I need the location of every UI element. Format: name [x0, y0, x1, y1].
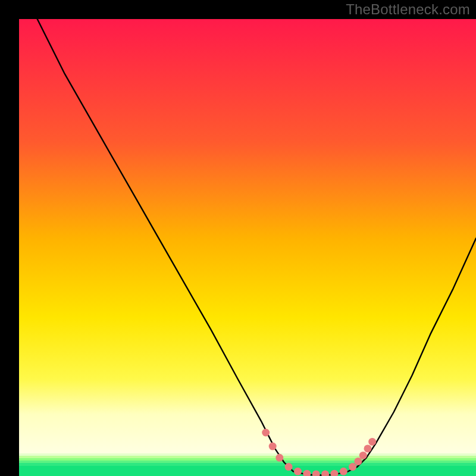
optimal-dot — [275, 454, 283, 462]
chart-frame: TheBottleneck.com — [0, 0, 476, 476]
green-band — [19, 453, 476, 456]
optimal-dot — [354, 458, 362, 465]
bottleneck-chart — [0, 0, 476, 476]
green-band — [19, 456, 476, 458]
plot-area — [19, 19, 476, 476]
optimal-dot — [262, 429, 270, 437]
optimal-dot — [368, 438, 376, 446]
optimal-dot — [349, 463, 356, 471]
optimal-dot — [269, 443, 277, 450]
optimal-dot — [285, 463, 293, 471]
green-band — [19, 458, 476, 461]
optimal-dot — [364, 444, 372, 452]
optimal-dot — [294, 468, 302, 475]
watermark-text: TheBottleneck.com — [346, 1, 470, 18]
optimal-dot — [359, 452, 367, 459]
optimal-dot — [340, 468, 347, 475]
green-band — [19, 463, 476, 466]
green-band — [19, 466, 476, 476]
green-band — [19, 461, 476, 463]
heat-gradient — [19, 19, 476, 458]
